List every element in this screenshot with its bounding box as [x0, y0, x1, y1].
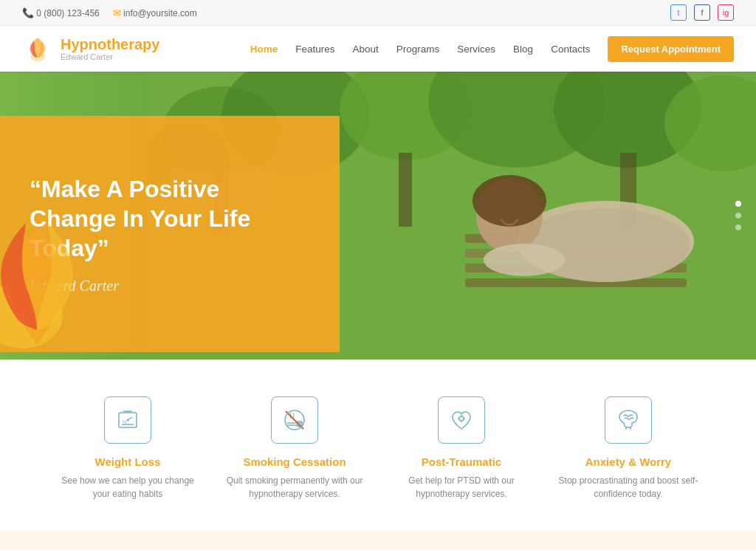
hero-overlay: “Make A Positive Change In Your Life Tod… [0, 116, 340, 352]
svg-rect-12 [465, 234, 687, 243]
svg-point-35 [459, 416, 464, 421]
smoking-desc: Quit smoking permanently with our hypnot… [221, 474, 368, 501]
nav-home[interactable]: Home [250, 44, 278, 55]
svg-point-16 [517, 201, 694, 282]
phone-icon: 📞 [22, 7, 34, 18]
nav-services[interactable]: Services [457, 44, 495, 55]
smoking-cessation-icon [283, 408, 306, 432]
svg-point-20 [484, 244, 565, 276]
request-appointment-button[interactable]: Request Appointment [608, 36, 734, 62]
topbar-social: t f ig [670, 4, 734, 21]
main-nav: Home Features About Programs Services Bl… [250, 36, 734, 62]
smoking-icon-wrap [271, 396, 318, 444]
weight-loss-title: Weight Loss [95, 456, 161, 468]
svg-point-4 [340, 72, 472, 160]
email-address: info@yoursite.com [123, 8, 197, 18]
facebook-icon[interactable]: f [694, 4, 710, 21]
slider-dot-2[interactable] [735, 213, 741, 219]
svg-point-5 [428, 72, 605, 168]
phone-number: 0 (800) 123-456 [36, 8, 99, 18]
service-smoking: Smoking Cessation Quit smoking permanent… [221, 396, 368, 501]
slider-dot-3[interactable] [735, 224, 741, 230]
anxiety-icon-wrap [605, 396, 652, 444]
logo-text: Hypnotherapy Edward Carter [61, 36, 159, 61]
anxiety-worry-icon [616, 408, 640, 432]
svg-text:kg: kg [123, 419, 127, 424]
ptsd-icon-wrap [438, 396, 485, 444]
services-section: kg Weight Loss See how we can help you c… [0, 360, 756, 530]
header: Hypnotherapy Edward Carter Home Features… [0, 26, 756, 72]
twitter-icon[interactable]: t [670, 4, 687, 21]
logo-subtitle: Edward Carter [61, 52, 159, 61]
logo-brand-name: Hypnotherapy [61, 36, 159, 52]
svg-rect-13 [465, 249, 687, 258]
phone-info: 📞 0 (800) 123-456 [22, 7, 100, 18]
anxiety-desc: Stop procrastinating and boost self-conf… [554, 474, 702, 501]
logo-icon [22, 33, 53, 64]
email-info: ✉ info@yoursite.com [113, 7, 197, 18]
ptsd-title: Post-Traumatic [422, 456, 501, 468]
svg-point-7 [664, 75, 756, 171]
weight-loss-icon: kg [116, 408, 140, 432]
anxiety-title: Anxiety & Worry [585, 456, 671, 468]
svg-rect-10 [399, 153, 412, 227]
ptsd-desc: Get help for PTSD with our hypnotherapy … [388, 474, 535, 501]
svg-rect-14 [465, 264, 687, 272]
service-ptsd: Post-Traumatic Get help for PTSD with ou… [388, 396, 535, 501]
svg-line-33 [286, 411, 303, 429]
svg-rect-15 [465, 278, 687, 287]
svg-point-19 [472, 175, 546, 227]
nav-programs[interactable]: Programs [396, 44, 440, 55]
hero-decoration [0, 168, 111, 352]
slider-dots [735, 201, 741, 230]
topbar: 📞 0 (800) 123-456 ✉ info@yoursite.com t … [0, 0, 756, 26]
smoking-title: Smoking Cessation [243, 456, 346, 468]
svg-point-27 [127, 419, 129, 422]
svg-point-18 [476, 179, 543, 252]
nav-features[interactable]: Features [295, 44, 334, 55]
post-traumatic-icon [450, 408, 473, 432]
slider-dot-1[interactable] [735, 201, 741, 207]
weight-loss-desc: See how we can help you change your eati… [54, 474, 202, 501]
logo[interactable]: Hypnotherapy Edward Carter [22, 33, 159, 64]
nav-about[interactable]: About [353, 44, 379, 55]
svg-point-17 [520, 208, 690, 282]
nav-blog[interactable]: Blog [513, 44, 533, 55]
instagram-icon[interactable]: ig [718, 4, 734, 21]
topbar-contact: 📞 0 (800) 123-456 ✉ info@yoursite.com [22, 7, 197, 18]
nav-contacts[interactable]: Contacts [551, 44, 590, 55]
hero-section: “Make A Positive Change In Your Life Tod… [0, 72, 756, 360]
service-weight-loss: kg Weight Loss See how we can help you c… [54, 396, 202, 501]
svg-point-6 [554, 72, 701, 168]
weight-loss-icon-wrap: kg [104, 396, 151, 444]
svg-rect-11 [620, 153, 636, 227]
service-anxiety: Anxiety & Worry Stop procrastinating and… [554, 396, 702, 501]
email-icon: ✉ [113, 7, 121, 18]
about-section: Hello! I'm Edward [0, 530, 756, 550]
